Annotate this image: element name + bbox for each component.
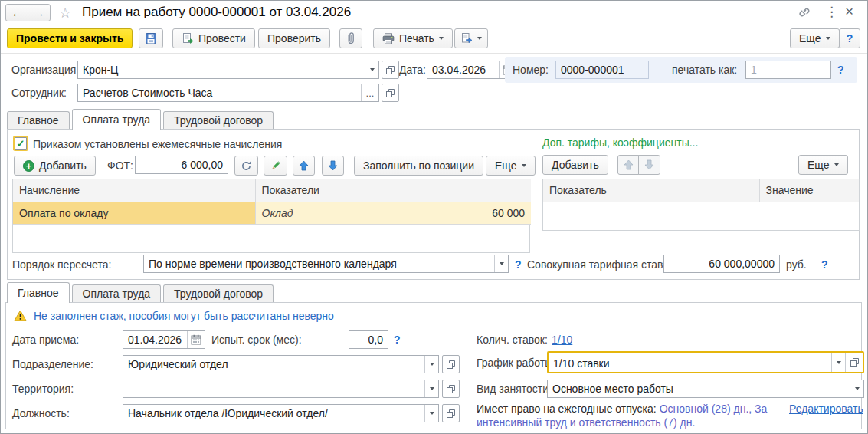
attachments-button[interactable]: [339, 28, 362, 48]
window-menu-icon[interactable]: ⋮: [825, 4, 838, 20]
indicators-column-header[interactable]: Показатели: [255, 179, 531, 202]
probation-field[interactable]: 0,0: [349, 330, 388, 349]
department-open-button[interactable]: [442, 355, 460, 373]
print-button-label: Печать: [399, 32, 434, 44]
fot-field[interactable]: 6 000,00: [135, 156, 228, 174]
employee-choose-button[interactable]: ...: [361, 84, 378, 101]
recalc-order-field[interactable]: По норме времени производственного кален…: [143, 255, 509, 273]
edit-row-button[interactable]: [264, 156, 287, 176]
print-as-label: печатать как:: [672, 61, 737, 79]
dropdown-button[interactable]: [365, 61, 378, 78]
dropdown-button[interactable]: [424, 380, 438, 397]
accrual-cell[interactable]: Оплата по окладу: [13, 202, 255, 224]
schedule-field[interactable]: 1/10 ставки: [547, 351, 864, 373]
main-tabstrip: Главное Оплата труда Трудовой договор: [7, 282, 276, 303]
post-document-icon: [182, 32, 194, 44]
organization-open-button[interactable]: [382, 61, 399, 79]
dropdown-button[interactable]: [424, 356, 438, 373]
territory-open-button[interactable]: [442, 380, 460, 398]
printer-icon: [382, 33, 395, 44]
forward-button[interactable]: →: [28, 4, 51, 21]
indicator-cell[interactable]: Оклад: [255, 202, 447, 224]
employee-field[interactable]: Расчетов Стоимость Часа ...: [77, 84, 379, 102]
tab-trudovoy-dogovor-bottom[interactable]: Трудовой договор: [163, 284, 274, 303]
extra-move-down-button[interactable]: [638, 155, 660, 175]
plus-icon: +: [23, 160, 34, 172]
indicator-column-header[interactable]: Показатель: [543, 179, 759, 202]
organization-value: Крон-Ц: [78, 64, 365, 76]
hiring-document-window: ← → ☆ Прием на работу 0000-000001 от 03.…: [0, 0, 868, 434]
check-button[interactable]: Проверить: [258, 28, 330, 48]
accrual-column-header[interactable]: Начисление: [13, 179, 255, 202]
forward-arrow-icon: →: [34, 6, 45, 19]
rate-count-link[interactable]: 1/10: [552, 334, 572, 346]
back-button[interactable]: ←: [5, 4, 28, 21]
date-field[interactable]: 03.04.2026: [427, 61, 517, 79]
value-column-header[interactable]: Значение: [759, 179, 859, 202]
accrual-table-row[interactable]: Оплата по окладу Оклад 60 000: [13, 202, 531, 224]
save-button[interactable]: [139, 28, 163, 48]
experience-warning-link[interactable]: Не заполнен стаж, пособия могут быть рас…: [34, 310, 334, 322]
main-panel: Не заполнен стаж, пособия могут быть рас…: [5, 302, 862, 429]
schedule-open-button[interactable]: [845, 353, 863, 372]
hire-date-calendar-button[interactable]: [187, 331, 205, 348]
indicator-value-cell[interactable]: 60 000: [447, 202, 531, 224]
move-down-button[interactable]: [322, 156, 344, 176]
position-field[interactable]: Начальник отдела /Юридический отдел/: [123, 404, 439, 422]
total-rate-field[interactable]: 60 000,00000: [663, 255, 780, 273]
rate-count-label: Колич. ставок:: [477, 330, 548, 349]
post-button-label: Провести: [198, 32, 246, 44]
extra-add-button[interactable]: Добавить: [542, 155, 608, 175]
export-button[interactable]: [454, 28, 488, 48]
department-label: Подразделение:: [12, 355, 93, 373]
move-up-button[interactable]: [293, 156, 315, 176]
get-link-icon[interactable]: [798, 6, 811, 18]
organization-label: Организация:: [11, 61, 79, 79]
more-button-label: Еще: [799, 32, 821, 44]
number-field[interactable]: 0000-000001: [555, 61, 649, 79]
dropdown-button[interactable]: [831, 353, 845, 372]
accrual-add-button[interactable]: + Добавить: [14, 156, 96, 176]
extra-tariffs-link[interactable]: Доп. тарифы, коэффициенты...: [542, 136, 698, 149]
extra-tariffs-table: Показатель Значение: [542, 179, 860, 231]
dropdown-button[interactable]: [850, 380, 863, 397]
open-form-icon: [850, 357, 860, 367]
total-rate-help[interactable]: ?: [821, 255, 828, 274]
print-button[interactable]: Печать: [373, 28, 453, 48]
print-as-value: 1: [746, 64, 830, 76]
open-form-icon: [446, 409, 456, 419]
extra-more-button[interactable]: Еще: [798, 155, 848, 175]
recalculate-button[interactable]: [234, 156, 258, 176]
vacation-edit-link[interactable]: Редактировать: [789, 403, 863, 415]
monthly-accruals-checkbox[interactable]: ✓: [15, 137, 27, 150]
territory-field[interactable]: [123, 380, 439, 398]
post-and-close-button[interactable]: Провести и закрыть: [7, 28, 133, 48]
print-as-help[interactable]: ?: [837, 61, 844, 79]
chevron-down-icon: [837, 361, 841, 364]
print-as-field[interactable]: 1: [745, 61, 831, 79]
help-button[interactable]: ?: [839, 28, 860, 48]
tab-trudovoy-dogovor-top[interactable]: Трудовой договор: [163, 111, 274, 130]
employment-type-field[interactable]: Основное место работы: [547, 380, 864, 398]
department-field[interactable]: Юридический отдел: [123, 355, 439, 373]
toolbar-more-button[interactable]: Еще: [790, 28, 840, 48]
tab-glavnoe-bottom[interactable]: Главное: [7, 282, 70, 303]
hire-date-field[interactable]: 01.04.2026: [123, 330, 205, 349]
tab-oplata-truda-top[interactable]: Оплата труда: [72, 109, 162, 130]
close-icon[interactable]: ×: [845, 3, 853, 20]
recalc-help[interactable]: ?: [515, 255, 522, 274]
tab-glavnoe-top[interactable]: Главное: [7, 111, 70, 130]
organization-field[interactable]: Крон-Ц: [77, 61, 379, 79]
dropdown-button[interactable]: [424, 405, 438, 422]
fill-by-position-button[interactable]: Заполнить по позиции: [354, 156, 483, 176]
dropdown-button[interactable]: [494, 255, 508, 272]
extra-move-up-button[interactable]: [617, 155, 640, 175]
post-button[interactable]: Провести: [172, 28, 255, 48]
accruals-more-button[interactable]: Еще: [486, 156, 536, 176]
tab-oplata-truda-bottom[interactable]: Оплата труда: [72, 284, 162, 303]
favorite-star-icon[interactable]: ☆: [59, 5, 71, 21]
employee-open-button[interactable]: [382, 84, 399, 102]
position-open-button[interactable]: [442, 404, 460, 422]
probation-help[interactable]: ?: [394, 330, 401, 349]
monthly-accruals-checkbox-label: Приказом установлены ежемесячные начисле…: [33, 135, 282, 153]
